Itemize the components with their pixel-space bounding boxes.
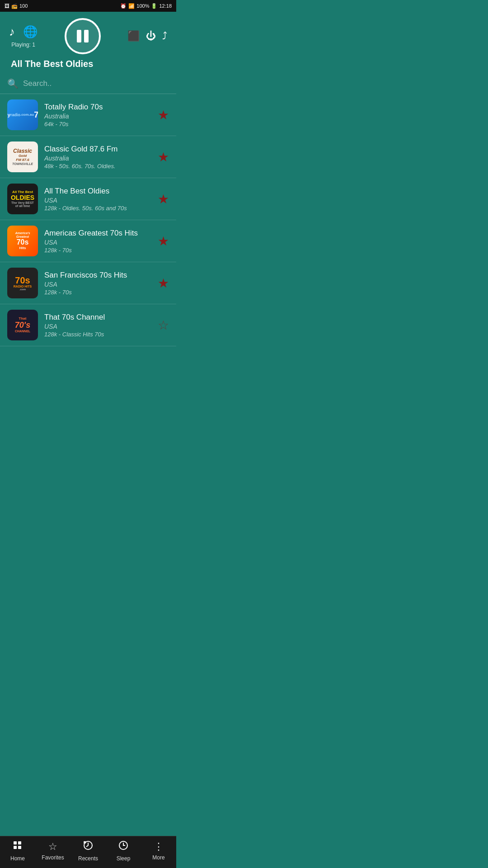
photo-icon: 🖼 [5, 3, 9, 9]
list-item[interactable]: All The Best OLDIES The Very BEST of all… [0, 178, 176, 220]
station-info: All The Best Oldies USA 128k - Oldies. 5… [44, 187, 151, 212]
station-meta: 128k - Classic Hits 70s [44, 331, 151, 338]
search-bar[interactable]: 🔍 [0, 74, 176, 94]
battery-icon: 🔋 [151, 3, 157, 9]
signal-number: 100 [19, 3, 28, 9]
pause-button-section[interactable] [65, 18, 101, 54]
list-item[interactable]: totally radio .com.au 70's Totally Radio… [0, 94, 176, 136]
list-item[interactable]: That 70's CHANNEL That 70s Channel USA 1… [0, 304, 176, 346]
station-logo: That 70's CHANNEL [7, 310, 38, 340]
station-country: USA [44, 239, 151, 246]
station-name: Totally Radio 70s [44, 103, 151, 112]
radio-icon: 📻 [11, 3, 18, 9]
favorite-button[interactable]: ☆ [158, 318, 169, 333]
stop-icon[interactable]: ⬛ [127, 30, 140, 42]
favorite-button[interactable]: ★ [158, 234, 169, 249]
station-meta: 64k - 70s [44, 121, 151, 127]
station-country: USA [44, 281, 151, 288]
station-logo: All The Best OLDIES The Very BEST of all… [7, 184, 38, 214]
battery-text: 100% [136, 3, 149, 9]
station-info: San Franciscos 70s Hits USA 128k - 70s [44, 271, 151, 296]
station-meta: 128k - Oldies. 50s. 60s and 70s [44, 205, 151, 212]
station-name: That 70s Channel [44, 313, 151, 322]
list-item[interactable]: 70s RADIO HITS .com San Franciscos 70s H… [0, 262, 176, 304]
station-name: Americas Greatest 70s Hits [44, 229, 151, 238]
wifi-icon: 📶 [128, 3, 135, 9]
station-country: Australia [44, 155, 151, 162]
playing-label: Playing: 1 [11, 42, 35, 48]
status-right: ⏰ 📶 100% 🔋 12:18 [120, 3, 172, 9]
pause-button[interactable] [65, 18, 101, 54]
station-country: USA [44, 197, 151, 204]
header: ♪ 🌐 Playing: 1 ⬛ ⏻ ⤴ All The Best Oldies [0, 12, 176, 74]
station-list: totally radio .com.au 70's Totally Radio… [0, 94, 176, 382]
station-info: Classic Gold 87.6 Fm Australia 48k - 50s… [44, 145, 151, 170]
favorite-button[interactable]: ★ [158, 108, 169, 123]
station-country: Australia [44, 113, 151, 120]
station-name: All The Best Oldies [44, 187, 151, 196]
status-left: 🖼 📻 100 [5, 3, 28, 9]
share-icon[interactable]: ⤴ [162, 30, 167, 42]
station-logo: totally radio .com.au 70's [7, 99, 38, 130]
station-logo: Classic Gold FM 87.6 TOWNSVILLE [7, 142, 38, 172]
station-name: San Franciscos 70s Hits [44, 271, 151, 280]
music-icon[interactable]: ♪ [9, 25, 15, 39]
station-logo: America's Greatest 70s Hits [7, 226, 38, 256]
station-name: Classic Gold 87.6 Fm [44, 145, 151, 154]
globe-icon[interactable]: 🌐 [23, 25, 38, 39]
alarm-icon: ⏰ [120, 3, 127, 9]
power-icon[interactable]: ⏻ [146, 30, 156, 42]
now-playing-title: All The Best Oldies [9, 59, 95, 69]
station-info: Totally Radio 70s Australia 64k - 70s [44, 103, 151, 127]
search-input[interactable] [23, 79, 169, 88]
favorite-button[interactable]: ★ [158, 192, 169, 207]
station-meta: 128k - 70s [44, 247, 151, 254]
search-icon: 🔍 [7, 78, 19, 89]
station-info: Americas Greatest 70s Hits USA 128k - 70… [44, 229, 151, 254]
list-item[interactable]: Classic Gold FM 87.6 TOWNSVILLE Classic … [0, 136, 176, 178]
favorite-button[interactable]: ★ [158, 276, 169, 291]
favorite-button[interactable]: ★ [158, 150, 169, 165]
station-meta: 128k - 70s [44, 289, 151, 296]
station-logo: 70s RADIO HITS .com [7, 268, 38, 298]
playback-controls: ⬛ ⏻ ⤴ [127, 30, 167, 42]
time-display: 12:18 [159, 3, 172, 9]
pause-icon [77, 30, 89, 42]
status-bar: 🖼 📻 100 ⏰ 📶 100% 🔋 12:18 [0, 0, 176, 12]
station-info: That 70s Channel USA 128k - Classic Hits… [44, 313, 151, 338]
music-globe-section: ♪ 🌐 Playing: 1 [9, 25, 38, 48]
station-meta: 48k - 50s. 60s. 70s. Oldies. [44, 163, 151, 170]
station-country: USA [44, 323, 151, 330]
list-item[interactable]: America's Greatest 70s Hits Americas Gre… [0, 220, 176, 262]
